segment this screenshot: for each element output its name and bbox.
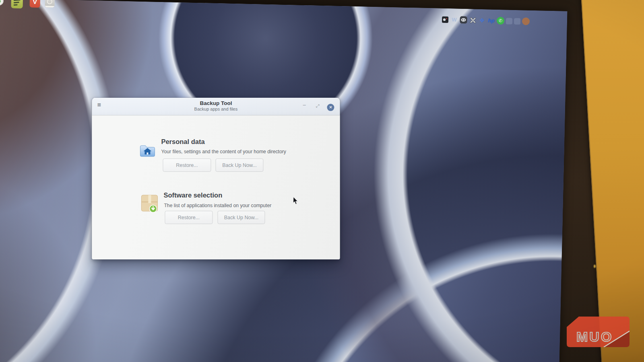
muo-watermark: MUO — [567, 317, 630, 349]
personal-data-description: Your files, settings and the content of … — [161, 149, 286, 154]
window-titlebar[interactable]: ≡ Backup Tool Backup apps and files – ⤢ … — [92, 98, 340, 115]
window-content: Personal data Your files, settings and t… — [92, 115, 340, 259]
hamburger-menu-button[interactable]: ≡ — [97, 101, 101, 109]
personal-data-title: Personal data — [161, 138, 204, 146]
dropbox-tray-icon[interactable]: ❖ — [478, 16, 486, 24]
launcher-dot — [0, 0, 1, 3]
tray-ghost-icon[interactable] — [506, 18, 512, 24]
backup-tool-window: ≡ Backup Tool Backup apps and files – ⤢ … — [92, 98, 340, 259]
software-selection-title: Software selection — [163, 191, 222, 199]
monitor-led — [594, 265, 596, 268]
software-selection-restore-button[interactable]: Restore... — [165, 211, 213, 224]
discord-tray-icon[interactable] — [460, 16, 467, 24]
unmaximize-button[interactable]: ⤢ — [316, 103, 319, 109]
indicator-tray-icon[interactable]: W — [450, 16, 458, 23]
close-button[interactable]: ✕ — [327, 104, 334, 111]
software-selection-backup-now-button[interactable]: Back Up Now... — [217, 211, 265, 224]
mouse-cursor — [293, 196, 299, 206]
personal-data-backup-now-button[interactable]: Back Up Now... — [215, 158, 263, 172]
minimize-button[interactable]: – — [303, 102, 305, 108]
home-folder-icon — [139, 144, 155, 159]
vivaldi-icon[interactable]: V — [29, 0, 40, 8]
muo-watermark-text: MUO — [576, 329, 613, 344]
spotify-icon[interactable] — [11, 0, 23, 8]
personal-data-restore-button[interactable]: Restore... — [163, 158, 211, 172]
monitor-screen: V W ❖ hp ✆ ≡ Backup Tool Backup apps and… — [0, 0, 568, 362]
slack-tray-icon[interactable] — [469, 16, 477, 24]
software-selection-description: The list of applications installed on yo… — [164, 203, 271, 208]
vivaldi-letter: V — [33, 0, 37, 5]
whatsapp-tray-icon[interactable]: ✆ — [497, 17, 504, 25]
screenshot-tray-icon[interactable] — [441, 16, 449, 23]
wall — [581, 0, 644, 362]
hp-tray-icon[interactable]: hp — [487, 16, 495, 24]
tray-ghost-icon[interactable] — [514, 18, 520, 24]
software-package-icon — [140, 193, 159, 214]
backup-utility-icon[interactable] — [45, 0, 55, 8]
tray-notification-dot — [522, 17, 530, 25]
